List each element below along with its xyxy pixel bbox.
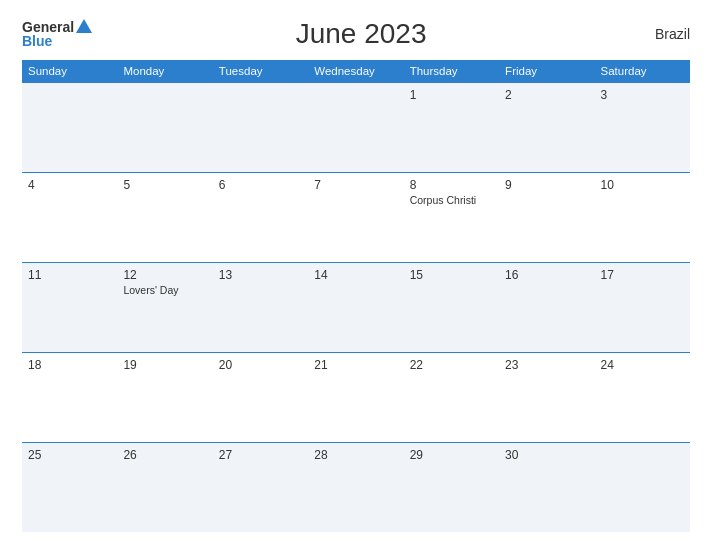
day-number: 22 <box>410 358 493 372</box>
day-number: 11 <box>28 268 111 282</box>
calendar-table: SundayMondayTuesdayWednesdayThursdayFrid… <box>22 60 690 532</box>
calendar-week-row: 1112Lovers' Day1314151617 <box>22 262 690 352</box>
calendar-cell: 3 <box>595 83 690 173</box>
day-number: 18 <box>28 358 111 372</box>
calendar-cell: 18 <box>22 352 117 442</box>
calendar-cell: 26 <box>117 442 212 532</box>
day-number: 10 <box>601 178 684 192</box>
day-number: 16 <box>505 268 588 282</box>
calendar-cell <box>308 83 403 173</box>
calendar-cell: 9 <box>499 172 594 262</box>
calendar-header: General Blue June 2023 Brazil <box>22 18 690 50</box>
calendar-cell: 13 <box>213 262 308 352</box>
calendar-cell <box>22 83 117 173</box>
calendar-cell <box>213 83 308 173</box>
calendar-cell: 29 <box>404 442 499 532</box>
day-number: 27 <box>219 448 302 462</box>
day-number: 30 <box>505 448 588 462</box>
calendar-cell: 20 <box>213 352 308 442</box>
calendar-cell: 5 <box>117 172 212 262</box>
day-number: 28 <box>314 448 397 462</box>
day-number: 8 <box>410 178 493 192</box>
calendar-cell: 28 <box>308 442 403 532</box>
day-number: 5 <box>123 178 206 192</box>
calendar-cell: 19 <box>117 352 212 442</box>
calendar-cell: 22 <box>404 352 499 442</box>
page-title: June 2023 <box>92 18 630 50</box>
calendar-cell: 1 <box>404 83 499 173</box>
calendar-cell: 4 <box>22 172 117 262</box>
calendar-cell: 24 <box>595 352 690 442</box>
day-number: 25 <box>28 448 111 462</box>
weekday-header-row: SundayMondayTuesdayWednesdayThursdayFrid… <box>22 60 690 83</box>
logo-general-text: General <box>22 20 74 34</box>
calendar-cell: 2 <box>499 83 594 173</box>
weekday-header-thursday: Thursday <box>404 60 499 83</box>
day-event: Lovers' Day <box>123 284 206 296</box>
day-number: 15 <box>410 268 493 282</box>
day-number: 3 <box>601 88 684 102</box>
calendar-cell: 27 <box>213 442 308 532</box>
calendar-week-row: 18192021222324 <box>22 352 690 442</box>
day-number: 12 <box>123 268 206 282</box>
calendar-cell: 15 <box>404 262 499 352</box>
weekday-header-friday: Friday <box>499 60 594 83</box>
day-number: 26 <box>123 448 206 462</box>
calendar-cell: 12Lovers' Day <box>117 262 212 352</box>
day-number: 13 <box>219 268 302 282</box>
day-number: 29 <box>410 448 493 462</box>
day-number: 23 <box>505 358 588 372</box>
calendar-cell <box>595 442 690 532</box>
calendar-cell: 8Corpus Christi <box>404 172 499 262</box>
weekday-header-wednesday: Wednesday <box>308 60 403 83</box>
calendar-cell: 30 <box>499 442 594 532</box>
calendar-cell: 7 <box>308 172 403 262</box>
logo-blue-text: Blue <box>22 34 52 48</box>
country-label: Brazil <box>630 26 690 42</box>
day-event: Corpus Christi <box>410 194 493 206</box>
day-number: 2 <box>505 88 588 102</box>
day-number: 19 <box>123 358 206 372</box>
calendar-cell <box>117 83 212 173</box>
day-number: 24 <box>601 358 684 372</box>
calendar-cell: 23 <box>499 352 594 442</box>
calendar-cell: 11 <box>22 262 117 352</box>
day-number: 6 <box>219 178 302 192</box>
day-number: 4 <box>28 178 111 192</box>
logo-triangle-icon <box>76 19 92 33</box>
calendar-cell: 14 <box>308 262 403 352</box>
day-number: 17 <box>601 268 684 282</box>
weekday-header-sunday: Sunday <box>22 60 117 83</box>
day-number: 21 <box>314 358 397 372</box>
weekday-header-tuesday: Tuesday <box>213 60 308 83</box>
calendar-cell: 10 <box>595 172 690 262</box>
day-number: 20 <box>219 358 302 372</box>
weekday-header-saturday: Saturday <box>595 60 690 83</box>
day-number: 14 <box>314 268 397 282</box>
calendar-cell: 6 <box>213 172 308 262</box>
calendar-week-row: 123 <box>22 83 690 173</box>
day-number: 7 <box>314 178 397 192</box>
weekday-header-monday: Monday <box>117 60 212 83</box>
calendar-page: General Blue June 2023 Brazil SundayMond… <box>0 0 712 550</box>
day-number: 9 <box>505 178 588 192</box>
calendar-cell: 17 <box>595 262 690 352</box>
calendar-cell: 16 <box>499 262 594 352</box>
calendar-week-row: 45678Corpus Christi910 <box>22 172 690 262</box>
logo: General Blue <box>22 20 92 48</box>
calendar-cell: 25 <box>22 442 117 532</box>
calendar-week-row: 252627282930 <box>22 442 690 532</box>
day-number: 1 <box>410 88 493 102</box>
calendar-cell: 21 <box>308 352 403 442</box>
